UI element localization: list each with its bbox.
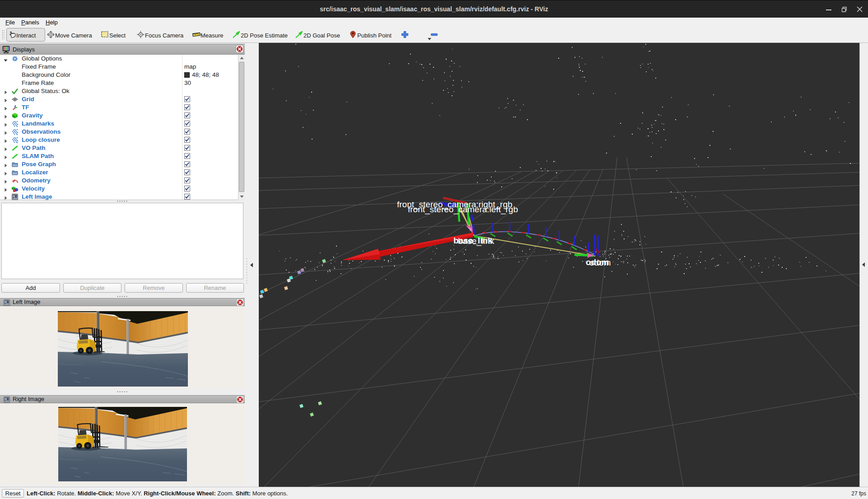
- svg-text:base_link: base_link: [458, 236, 495, 246]
- svg-text:odom: odom: [589, 258, 611, 267]
- svg-text:front_stereo_camera:left_rgb: front_stereo_camera:left_rgb: [408, 205, 518, 215]
